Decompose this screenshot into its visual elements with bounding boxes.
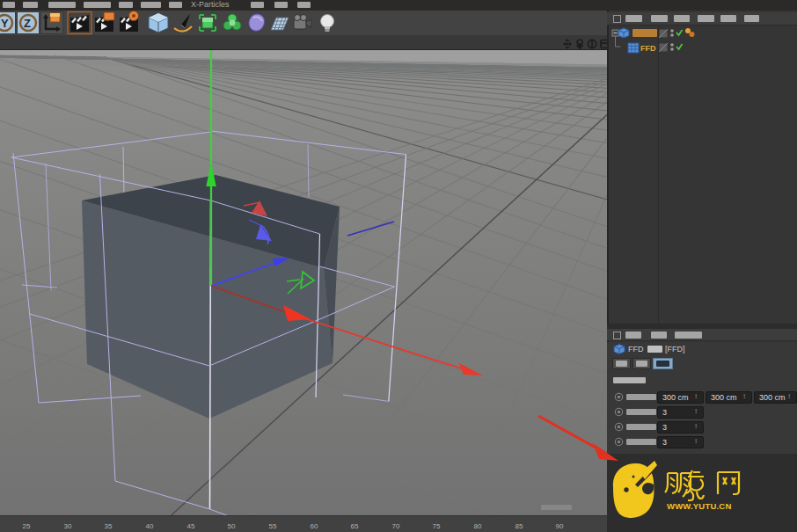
svg-text:Z: Z — [24, 17, 31, 30]
svg-text:FFD: FFD — [640, 44, 656, 53]
svg-text:Y: Y — [1, 17, 9, 30]
svg-text:WWW.YUTU.CN: WWW.YUTU.CN — [667, 501, 731, 511]
